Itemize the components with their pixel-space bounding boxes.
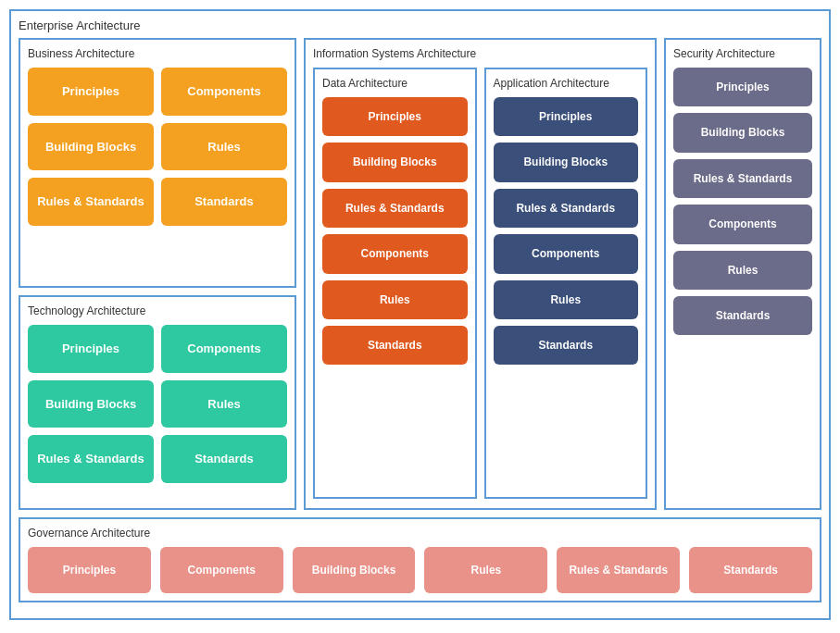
data-building-blocks[interactable]: Building Blocks [322, 143, 468, 181]
business-building-blocks[interactable]: Building Blocks [28, 123, 154, 171]
security-rules[interactable]: Rules [673, 251, 812, 290]
enterprise-title: Enterprise Architecture [19, 19, 821, 32]
data-col: Principles Building Blocks Rules & Stand… [322, 97, 468, 365]
tech-components[interactable]: Components [161, 325, 287, 373]
gov-rules[interactable]: Rules [424, 547, 547, 593]
data-components[interactable]: Components [322, 234, 468, 273]
tech-building-blocks[interactable]: Building Blocks [28, 380, 154, 428]
gov-standards[interactable]: Standards [689, 547, 812, 593]
data-principles[interactable]: Principles [322, 97, 468, 136]
governance-arch-title: Governance Architecture [28, 527, 812, 540]
app-rules-standards[interactable]: Rules & Standards [494, 189, 639, 228]
business-arch-box: Business Architecture Principles Compone… [19, 38, 296, 288]
security-principles[interactable]: Principles [673, 68, 812, 106]
app-arch-title: Application Architecture [494, 77, 639, 90]
technology-grid: Principles Components Building Blocks Ru… [28, 325, 287, 483]
data-rules[interactable]: Rules [322, 280, 468, 319]
gov-building-blocks[interactable]: Building Blocks [293, 547, 416, 593]
business-components[interactable]: Components [161, 68, 287, 116]
governance-arch-box: Governance Architecture Principles Compo… [19, 517, 821, 602]
gov-components[interactable]: Components [160, 547, 283, 593]
tech-rules-standards[interactable]: Rules & Standards [28, 435, 154, 483]
infosys-inner: Data Architecture Principles Building Bl… [313, 68, 647, 499]
security-col: Principles Building Blocks Rules & Stand… [673, 68, 812, 335]
tech-rules[interactable]: Rules [161, 380, 287, 428]
infosys-arch-box: Information Systems Architecture Data Ar… [304, 38, 657, 510]
app-building-blocks[interactable]: Building Blocks [494, 143, 639, 181]
app-principles[interactable]: Principles [494, 97, 639, 136]
security-arch-title: Security Architecture [673, 47, 812, 60]
business-standards[interactable]: Standards [161, 178, 287, 226]
security-arch-box: Security Architecture Principles Buildin… [664, 38, 821, 510]
main-row: Business Architecture Principles Compone… [19, 38, 821, 510]
security-standards[interactable]: Standards [673, 296, 812, 335]
business-arch-title: Business Architecture [28, 47, 287, 60]
business-principles[interactable]: Principles [28, 68, 154, 116]
security-building-blocks[interactable]: Building Blocks [673, 113, 812, 152]
technology-arch-title: Technology Architecture [28, 304, 287, 317]
infosys-arch-title: Information Systems Architecture [313, 47, 647, 60]
business-grid: Principles Components Building Blocks Ru… [28, 68, 287, 226]
technology-arch-box: Technology Architecture Principles Compo… [19, 295, 296, 510]
tech-principles[interactable]: Principles [28, 325, 154, 373]
business-rules-standards[interactable]: Rules & Standards [28, 178, 154, 226]
app-rules[interactable]: Rules [494, 280, 639, 319]
security-rules-standards[interactable]: Rules & Standards [673, 159, 812, 198]
gov-rules-standards[interactable]: Rules & Standards [557, 547, 680, 593]
app-col: Principles Building Blocks Rules & Stand… [494, 97, 639, 365]
tech-standards[interactable]: Standards [161, 435, 287, 483]
data-arch-box: Data Architecture Principles Building Bl… [313, 68, 477, 499]
app-components[interactable]: Components [494, 234, 639, 273]
gov-principles[interactable]: Principles [28, 547, 151, 593]
security-components[interactable]: Components [673, 205, 812, 243]
enterprise-container: Enterprise Architecture Business Archite… [9, 9, 831, 620]
business-rules[interactable]: Rules [161, 123, 287, 171]
data-arch-title: Data Architecture [322, 77, 468, 90]
data-standards[interactable]: Standards [322, 326, 468, 365]
app-standards[interactable]: Standards [494, 326, 639, 365]
app-arch-box: Application Architecture Principles Buil… [484, 68, 648, 499]
left-column: Business Architecture Principles Compone… [19, 38, 296, 510]
data-rules-standards[interactable]: Rules & Standards [322, 189, 468, 228]
governance-inner: Principles Components Building Blocks Ru… [28, 547, 812, 593]
